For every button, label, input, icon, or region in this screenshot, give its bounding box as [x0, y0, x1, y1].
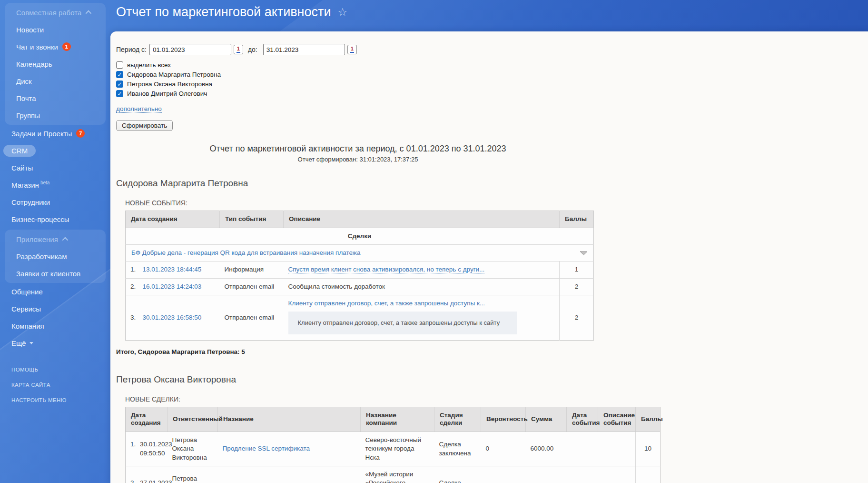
column-header: Дата создания: [126, 211, 220, 228]
caret-down-icon: [30, 342, 33, 344]
section-subtitle-new-deals: НОВЫЕ СДЕЛКИ:: [125, 395, 600, 403]
generate-report-button[interactable]: Сформировать: [116, 120, 173, 131]
checkbox-label: Иванов Дмитрий Олегович: [127, 90, 207, 97]
column-header: Название компании: [361, 407, 434, 432]
favorite-star-icon[interactable]: ☆: [337, 7, 347, 18]
sidebar-item-mail[interactable]: Почта: [5, 90, 106, 107]
sidebar-item-crm[interactable]: CRM: [0, 142, 110, 159]
sidebar-item-company[interactable]: Компания: [0, 317, 110, 334]
checkbox-checked-icon[interactable]: ✓: [116, 90, 123, 97]
row-number: 1.: [130, 440, 140, 457]
sidebar-item-disk[interactable]: Диск: [5, 72, 106, 90]
sidebar-item-help[interactable]: ПОМОЩЬ: [0, 362, 110, 377]
section-title-petrova: Петрова Оксана Викторовна: [116, 374, 600, 385]
sidebar-item-label: Сервисы: [11, 305, 41, 313]
date-to-input[interactable]: [263, 44, 345, 55]
chevron-up-icon: [62, 237, 68, 243]
column-header: Ответственный: [168, 407, 218, 432]
sidebar-item-services[interactable]: Сервисы: [0, 300, 110, 317]
deal-link[interactable]: БФ Добрые дела - генерация QR кода для в…: [131, 249, 360, 257]
report-body: Отчет по маркетинговой активности за пер…: [116, 144, 600, 403]
period-filter-row: Период с: 1 до: 1: [116, 44, 868, 55]
column-header: Дата события: [567, 407, 598, 432]
sidebar-item-chat[interactable]: Чат и звонки 1: [5, 38, 106, 55]
event-row: 1. 13.01.2023 18:44:45 Информация Спустя…: [126, 262, 594, 278]
sidebar-item-staff[interactable]: Сотрудники: [0, 193, 110, 211]
sidebar-item-shop[interactable]: Магазин beta: [0, 176, 110, 193]
sidebar-item-business-processes[interactable]: Бизнес-процессы: [0, 211, 110, 228]
sidebar-item-label: Календарь: [16, 60, 52, 68]
sidebar-item-developers[interactable]: Разработчикам: [5, 248, 106, 265]
deal-stage: Сделка заключена: [434, 432, 481, 466]
page-title: Отчет по маркетинговой активности: [116, 5, 331, 20]
deals-table: Дата создания Ответственный Название Наз…: [125, 407, 661, 483]
sidebar-item-client-requests[interactable]: Заявки от клиентов: [5, 265, 106, 282]
event-date-link[interactable]: 16.01.2023 14:24:03: [143, 283, 202, 290]
column-header: Дата создания: [126, 407, 168, 432]
sidebar-item-label: Чат и звонки: [16, 43, 58, 51]
column-header: Тип события: [220, 211, 284, 228]
checkbox-user-sidorova[interactable]: ✓ Сидорова Маргарита Петровна: [116, 70, 868, 79]
calendar-icon: 1: [350, 46, 354, 53]
sidebar-section-collaboration[interactable]: Совместная работа: [5, 4, 106, 21]
checkbox-select-all[interactable]: выделить всех: [116, 60, 868, 70]
deal-created-date: 30.01.2023 09:50:50: [140, 440, 172, 457]
calendar-from-button[interactable]: 1: [234, 45, 243, 54]
sidebar-item-label: ПОМОЩЬ: [11, 367, 38, 372]
deal-company: «Музей истории «Российского историческог…: [361, 466, 434, 483]
event-type: Отправлен email: [220, 278, 284, 295]
checkbox-checked-icon[interactable]: ✓: [116, 80, 123, 88]
event-description-link[interactable]: Клиенту отправлен договор, счет, а также…: [288, 300, 485, 307]
deal-name-link[interactable]: Продление SSL сертификата: [223, 445, 310, 452]
checkbox-user-petrova[interactable]: ✓ Петрова Оксана Викторовна: [116, 80, 868, 89]
sidebar-item-setup-menu[interactable]: НАСТРОИТЬ МЕНЮ: [0, 392, 110, 408]
beta-tag: beta: [40, 180, 49, 185]
sidebar: Совместная работа Новости Чат и звонки 1…: [0, 0, 110, 483]
event-description-link[interactable]: Спустя время клиент снова активизировалс…: [288, 266, 485, 273]
deal-sum: 15900.00: [526, 466, 567, 483]
deals-table-header-row: Дата создания Ответственный Название Наз…: [126, 407, 661, 432]
section-subtitle-new-events: НОВЫЕ СОБЫТИЯ:: [125, 199, 600, 207]
report-generated-timestamp: Отчет сформирован: 31:01:2023, 17:37:25: [116, 156, 600, 163]
event-row: 2. 16.01.2023 14:24:03 Отправлен email С…: [126, 278, 594, 295]
calendar-to-button[interactable]: 1: [347, 45, 357, 54]
sidebar-item-label: Общение: [11, 288, 43, 296]
section-title-sidorova: Сидорова Маргарита Петровна: [116, 178, 600, 189]
checkbox-icon[interactable]: [116, 61, 123, 69]
sidebar-item-tasks[interactable]: Задачи и Проекты 7: [0, 125, 110, 142]
event-date-link[interactable]: 30.01.2023 16:58:50: [143, 314, 202, 321]
chevron-up-icon: [86, 10, 92, 16]
deal-created-date: 27.01.2023 16:31:46: [140, 479, 172, 483]
sidebar-item-calendar[interactable]: Календарь: [5, 55, 106, 72]
checkbox-user-ivanov[interactable]: ✓ Иванов Дмитрий Олегович: [116, 89, 868, 98]
column-header: Название: [218, 407, 361, 432]
sidebar-item-groups[interactable]: Группы: [5, 107, 106, 124]
deal-event-description: [598, 466, 636, 483]
column-header: Стадия сделки: [434, 407, 481, 432]
deal-score: 10: [636, 466, 661, 483]
sidebar-item-news[interactable]: Новости: [5, 21, 106, 38]
event-score: 2: [560, 278, 594, 295]
deal-responsible: Петрова Оксана Викторовна: [168, 466, 218, 483]
checkbox-checked-icon[interactable]: ✓: [116, 71, 123, 78]
deal-company: Северо-восточный техникум города Нска: [361, 432, 434, 466]
sidebar-item-label: Заявки от клиентов: [16, 270, 80, 278]
deal-row: 2.27.01.2023 16:31:46 Петрова Оксана Вик…: [126, 466, 661, 483]
date-from-input[interactable]: [149, 44, 231, 55]
expand-dropdown-icon[interactable]: [580, 251, 588, 255]
section-total: Итого, Сидорова Маргарита Петровна: 5: [116, 348, 600, 355]
sidebar-item-label: Ещё: [11, 339, 26, 347]
sidebar-item-sitemap[interactable]: КАРТА САЙТА: [0, 377, 110, 392]
column-header: Баллы: [636, 407, 661, 432]
sidebar-item-more[interactable]: Ещё: [0, 334, 110, 352]
column-header: Сумма: [526, 407, 567, 432]
sidebar-item-sites[interactable]: Сайты: [0, 159, 110, 176]
additional-options-link[interactable]: дополнительно: [116, 105, 162, 113]
report-heading: Отчет по маркетинговой активности за пер…: [116, 144, 600, 154]
deal-event-date: [567, 466, 598, 483]
sidebar-item-communication[interactable]: Общение: [0, 283, 110, 300]
table-group-row: Сделки: [126, 228, 594, 244]
event-date-link[interactable]: 13.01.2023 18:44:45: [143, 266, 202, 273]
deal-event-description: [598, 432, 636, 466]
sidebar-section-apps[interactable]: Приложения: [5, 231, 106, 248]
